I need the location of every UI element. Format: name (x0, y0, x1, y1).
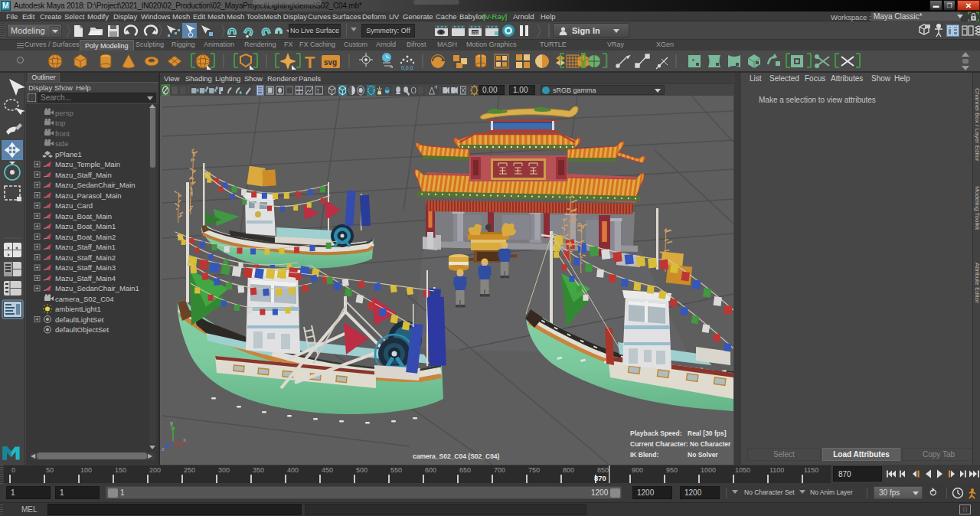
svg-text:150: 150 (115, 466, 126, 474)
svg-text:300: 300 (218, 466, 230, 474)
svg-text:Mazu_Staff_Main: Mazu_Staff_Main (55, 171, 112, 179)
svg-text:50: 50 (46, 466, 54, 474)
svg-text:750: 750 (528, 466, 540, 474)
svg-text:x: x (183, 436, 186, 443)
svg-text:top: top (55, 119, 65, 127)
svg-text:1150: 1150 (804, 466, 818, 474)
svg-text:z: z (162, 446, 165, 452)
svg-text:y: y (170, 420, 173, 426)
svg-text:Mazu_Parasol_Main: Mazu_Parasol_Main (55, 191, 122, 200)
svg-text:0,0,0: 0,0,0 (401, 65, 413, 70)
svg-text:defaultObjectSet: defaultObjectSet (55, 325, 109, 334)
svg-text:450: 450 (322, 466, 333, 474)
svg-text:Mazu_Staff_Main2: Mazu_Staff_Main2 (55, 253, 116, 262)
svg-text:870: 870 (594, 474, 606, 482)
svg-text:Mazu_Boat_Main: Mazu_Boat_Main (55, 212, 112, 220)
svg-text:0: 0 (11, 466, 15, 474)
svg-text:950: 950 (666, 466, 678, 474)
svg-text:pPlane1: pPlane1 (55, 150, 82, 158)
svg-text:PR: PR (472, 31, 479, 35)
svg-text:350: 350 (253, 466, 264, 474)
svg-text:Mazu_Staff_Main3: Mazu_Staff_Main3 (55, 263, 116, 272)
svg-text:T: T (305, 53, 315, 72)
svg-text:camera_S02_C04: camera_S02_C04 (55, 295, 114, 303)
svg-text:Mazu_Staff_Main1: Mazu_Staff_Main1 (55, 243, 116, 251)
svg-text:600: 600 (425, 466, 436, 474)
svg-text:Mazu_SedanChair_Main: Mazu_SedanChair_Main (55, 181, 136, 189)
svg-text:550: 550 (390, 466, 402, 474)
svg-text:defaultLightSet: defaultLightSet (55, 315, 104, 324)
svg-text:front: front (55, 129, 70, 138)
svg-text:Mazu_Boat_Main2: Mazu_Boat_Main2 (55, 233, 116, 241)
svg-text:T: T (316, 87, 319, 93)
svg-text:1000: 1000 (701, 466, 716, 474)
svg-text:1050: 1050 (735, 466, 750, 474)
svg-text:800: 800 (563, 466, 574, 474)
svg-text:svg: svg (324, 58, 337, 67)
svg-text:900: 900 (632, 466, 643, 474)
svg-text:ambientLight1: ambientLight1 (55, 305, 101, 313)
svg-text:200: 200 (149, 466, 161, 474)
svg-text:Mazu_Temple_Main: Mazu_Temple_Main (55, 160, 120, 168)
svg-text:Mazu_Staff_Main4: Mazu_Staff_Main4 (55, 274, 116, 282)
svg-text:persp: persp (55, 109, 74, 117)
svg-text:100: 100 (80, 466, 92, 474)
svg-text:650: 650 (459, 466, 471, 474)
svg-text:Mazu_SedanChair_Main1: Mazu_SedanChair_Main1 (55, 284, 139, 292)
svg-text:Mazu_Boat_Main1: Mazu_Boat_Main1 (55, 222, 116, 230)
svg-text:side: side (55, 139, 68, 148)
svg-text:1100: 1100 (769, 466, 784, 474)
svg-text:250: 250 (184, 466, 195, 474)
svg-text:400: 400 (287, 466, 299, 474)
svg-text:500: 500 (356, 466, 368, 474)
svg-text:Mazu_Card: Mazu_Card (55, 201, 93, 210)
svg-text:700: 700 (494, 466, 505, 474)
svg-text:850: 850 (597, 466, 609, 474)
